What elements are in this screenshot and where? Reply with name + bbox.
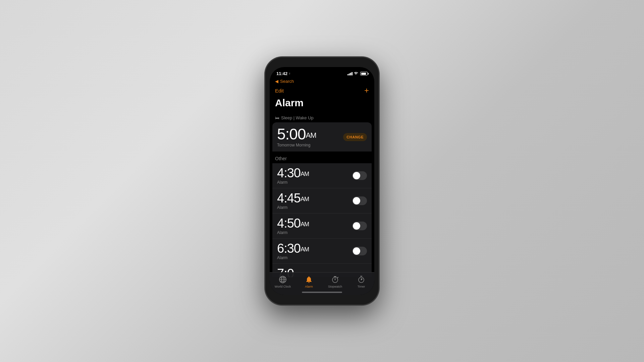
add-button[interactable]: + [364,86,369,95]
sleep-label-text: Sleep | Wake Up [281,115,314,120]
bed-icon: 🛏 [275,115,279,120]
battery-icon [360,72,368,75]
alarm-445-time: 4:45AM [277,192,309,204]
world-clock-tab-label: World Clock [275,285,291,288]
toggle-630-knob [353,247,360,255]
status-icons [347,72,368,76]
alarm-item-445[interactable]: 4:45AM Alarm [272,188,372,214]
edit-button[interactable]: Edit [275,88,284,94]
alarm-tab-icon [305,275,313,284]
svg-line-9 [337,277,338,278]
sleep-card[interactable]: 5:00AM Tomorrow Morning CHANGE [272,122,372,152]
sleep-subtitle: Tomorrow Morning [277,143,316,147]
alarm-445-toggle[interactable] [352,196,367,205]
tab-world-clock[interactable]: World Clock [270,275,296,288]
status-time: 11:42 ↑ [276,71,290,76]
sleep-section-header: 🛏 Sleep | Wake Up [270,113,374,122]
wifi-icon [354,72,359,76]
timer-tab-label: Timer [358,285,365,288]
alarm-430-value: 4:30 [277,166,301,180]
phone-shell: 11:42 ↑ [265,57,379,305]
sleep-time-info: 5:00AM Tomorrow Morning [277,126,316,147]
alarm-445-info: 4:45AM Alarm [277,192,309,210]
notch [301,67,343,77]
sleep-period: AM [306,131,316,139]
other-section-label: Other [270,152,374,163]
alarm-630-toggle[interactable] [352,247,367,255]
tab-timer[interactable]: Timer [348,275,374,288]
sleep-section-label: 🛏 Sleep | Wake Up [275,115,314,120]
alarm-630-info: 6:30AM Alarm [277,242,309,260]
alarm-430-time: 4:30AM [277,167,309,179]
alarm-450-label: Alarm [277,230,309,235]
toggle-445-knob [353,197,360,204]
alarm-item-630[interactable]: 6:30AM Alarm [272,239,372,264]
alarm-445-period: AM [301,196,309,202]
alarm-item-430[interactable]: 4:30AM Alarm [272,163,372,188]
alarm-item-450[interactable]: 4:50AM Alarm [272,214,372,239]
chevron-left-icon: ◀ [275,79,278,84]
alarm-430-info: 4:30AM Alarm [277,167,309,185]
sleep-time-value: 5:00 [277,125,306,143]
back-label: Search [280,79,294,84]
alarm-630-label: Alarm [277,255,309,260]
app-header: Edit + [270,86,374,97]
timer-tab-icon [357,275,366,284]
toggle-430-knob [353,172,360,179]
alarm-430-period: AM [301,171,309,177]
location-arrow-icon: ↑ [289,72,290,75]
back-link[interactable]: ◀ Search [275,79,369,84]
change-button[interactable]: CHANGE [343,133,367,141]
stopwatch-tab-icon [331,275,339,284]
alarm-445-value: 4:45 [277,191,301,205]
tab-stopwatch[interactable]: Stopwatch [322,275,348,288]
alarm-430-toggle[interactable] [352,171,367,180]
tab-alarm[interactable]: Alarm [296,275,322,288]
world-clock-icon [278,275,287,284]
alarm-430-label: Alarm [277,180,309,185]
clock-time: 11:42 [276,71,287,76]
back-navigation: ◀ Search [270,77,374,86]
page-title: Alarm [270,97,374,113]
signal-icon [347,72,353,75]
alarm-tab-label: Alarm [305,285,313,288]
alarm-630-value: 6:30 [277,241,301,255]
scene: 11:42 ↑ [0,0,644,362]
alarm-445-label: Alarm [277,205,309,210]
alarm-630-period: AM [301,246,309,253]
alarm-450-toggle[interactable] [352,222,367,230]
sleep-time-display: 5:00AM [277,126,316,142]
alarm-450-value: 4:50 [277,216,301,230]
alarm-450-info: 4:50AM Alarm [277,217,309,235]
alarm-630-time: 6:30AM [277,242,309,255]
phone-screen: 11:42 ↑ [270,67,374,295]
toggle-450-knob [353,222,360,230]
alarm-450-period: AM [301,221,309,228]
home-indicator [302,292,342,293]
alarm-450-time: 4:50AM [277,217,309,230]
sleep-time-row: 5:00AM Tomorrow Morning CHANGE [277,126,367,147]
tab-bar: World Clock Alarm [270,272,374,295]
stopwatch-tab-label: Stopwatch [328,285,342,288]
